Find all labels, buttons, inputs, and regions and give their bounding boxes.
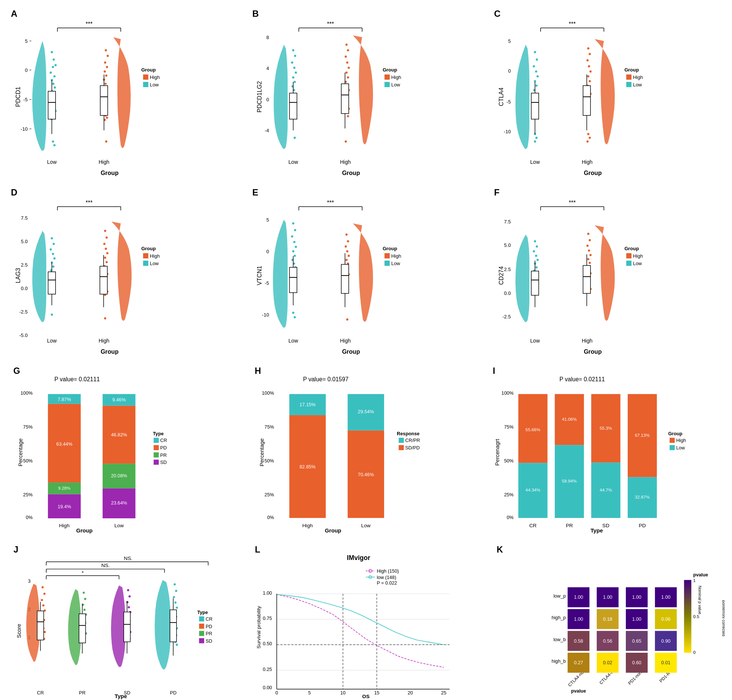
- panel-j-label: J: [13, 545, 18, 554]
- svg-point-73: [292, 49, 294, 51]
- svg-point-154: [587, 75, 589, 78]
- svg-text:Group: Group: [141, 67, 156, 73]
- svg-point-206: [106, 252, 108, 254]
- svg-text:1.00: 1.00: [603, 595, 612, 600]
- svg-text:5.0: 5.0: [21, 239, 28, 244]
- svg-text:63.44%: 63.44%: [56, 441, 72, 447]
- svg-text:5: 5: [508, 38, 511, 44]
- svg-text:CR: CR: [37, 690, 44, 696]
- svg-point-94: [345, 44, 348, 46]
- svg-text:-5: -5: [265, 280, 270, 286]
- svg-text:-2.5: -2.5: [502, 314, 510, 319]
- svg-rect-414: [669, 438, 675, 443]
- svg-point-295: [535, 266, 538, 268]
- svg-text:0: 0: [267, 249, 269, 254]
- svg-text:0.56: 0.56: [603, 638, 612, 644]
- svg-point-133: [535, 71, 537, 73]
- panel-e-ylabel: VTCN1: [256, 266, 263, 285]
- panel-d-xlabel: Group: [100, 349, 118, 355]
- svg-rect-231: [143, 253, 148, 259]
- panel-f-ylabel: CD274: [498, 266, 504, 285]
- svg-point-149: [587, 47, 589, 50]
- svg-point-292: [535, 255, 537, 257]
- svg-text:1.00: 1.00: [263, 591, 272, 596]
- svg-text:3: 3: [28, 579, 31, 584]
- svg-text:1.00: 1.00: [574, 595, 583, 600]
- svg-text:4: 4: [267, 66, 269, 71]
- svg-text:25%: 25%: [23, 492, 32, 497]
- svg-text:7.5: 7.5: [21, 215, 28, 221]
- svg-text:Type: Type: [197, 610, 208, 615]
- svg-point-186: [53, 257, 56, 260]
- svg-text:PR: PR: [566, 523, 573, 528]
- svg-point-239: [292, 222, 294, 225]
- panel-b-label: B: [252, 9, 259, 19]
- svg-text:High: High: [391, 75, 401, 80]
- svg-point-451: [83, 592, 85, 594]
- svg-text:0.06: 0.06: [661, 616, 670, 622]
- svg-text:High: High: [633, 75, 643, 80]
- svg-point-469: [126, 601, 128, 603]
- svg-point-25: [53, 144, 56, 146]
- panel-d-pvalue: ***: [86, 200, 93, 206]
- panel-g-label: G: [13, 366, 20, 376]
- svg-point-486: [173, 596, 175, 599]
- svg-point-150: [589, 53, 591, 55]
- svg-text:low_b: low_b: [553, 637, 566, 642]
- svg-point-79: [293, 81, 296, 83]
- panel-c-pvalue: ***: [569, 21, 576, 27]
- svg-text:PD: PD: [206, 624, 212, 629]
- svg-point-185: [52, 253, 54, 255]
- panel-d: D LAG3 Group ***: [4, 182, 245, 361]
- svg-text:0%: 0%: [507, 515, 513, 520]
- svg-rect-271: [341, 264, 349, 293]
- svg-text:23.64%: 23.64%: [111, 500, 127, 506]
- svg-text:low (148): low (148): [377, 575, 396, 580]
- svg-point-188: [52, 265, 54, 268]
- svg-point-100: [347, 76, 349, 79]
- svg-text:P = 0.022: P = 0.022: [377, 581, 397, 586]
- svg-point-152: [588, 65, 590, 68]
- main-container: A PDCD1 Group ***: [0, 0, 732, 700]
- svg-point-96: [345, 56, 347, 58]
- svg-text:-5: -5: [506, 99, 511, 104]
- svg-point-10: [52, 83, 54, 85]
- svg-text:Type: Type: [153, 431, 164, 437]
- svg-point-259: [345, 246, 347, 248]
- svg-point-262: [345, 259, 348, 261]
- svg-point-245: [293, 255, 296, 257]
- svg-rect-51: [100, 86, 108, 115]
- svg-rect-26: [48, 91, 56, 119]
- svg-point-470: [128, 606, 130, 609]
- svg-point-488: [176, 607, 178, 609]
- svg-point-78: [292, 76, 294, 79]
- svg-point-182: [51, 237, 53, 240]
- svg-text:1.00: 1.00: [661, 595, 670, 600]
- panel-k-label: K: [496, 545, 503, 554]
- panel-g: G P value= 0.02111 Percentage Group 100%…: [4, 361, 245, 540]
- svg-text:0.18: 0.18: [603, 616, 612, 622]
- panel-a: A PDCD1 Group ***: [4, 4, 245, 182]
- svg-text:0.90: 0.90: [661, 638, 670, 644]
- svg-point-261: [348, 255, 350, 257]
- svg-point-99: [345, 72, 348, 74]
- svg-text:Low: Low: [47, 159, 57, 165]
- svg-text:0%: 0%: [267, 515, 274, 520]
- svg-text:Low: Low: [150, 261, 159, 266]
- svg-point-438: [44, 610, 46, 612]
- svg-text:-4: -4: [265, 128, 270, 133]
- svg-point-4: [53, 59, 55, 61]
- svg-text:PR: PR: [79, 690, 86, 696]
- svg-point-31: [106, 55, 109, 57]
- svg-text:Low: Low: [633, 261, 642, 266]
- svg-point-48: [106, 116, 108, 119]
- svg-point-11: [54, 87, 56, 88]
- svg-text:44.7%: 44.7%: [599, 487, 612, 492]
- svg-rect-67: [143, 82, 148, 87]
- row-2: D LAG3 Group ***: [4, 182, 728, 361]
- panel-e: E VTCN1 Group ***: [245, 182, 486, 361]
- svg-text:Group: Group: [668, 431, 682, 437]
- svg-text:1.00: 1.00: [632, 616, 641, 622]
- svg-text:55.66%: 55.66%: [525, 427, 540, 432]
- svg-point-132: [533, 65, 535, 68]
